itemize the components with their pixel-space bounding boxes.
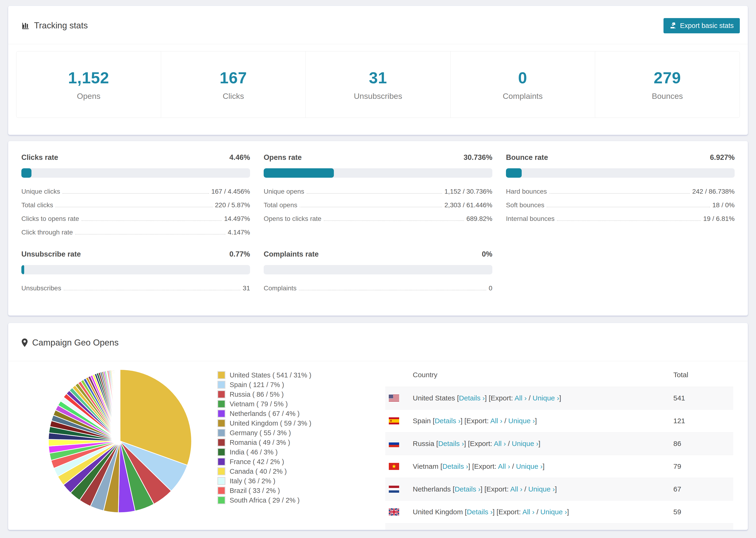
export-unique-link[interactable]: Unique ›: [516, 462, 543, 470]
rate-detail-label: Click through rate: [21, 229, 73, 236]
stat-label: Unsubscribes: [354, 91, 402, 101]
rate-detail-row: Clicks to opens rate14.497%: [21, 212, 250, 226]
legend-swatch: [217, 381, 225, 389]
details-link[interactable]: Details ›: [435, 417, 460, 425]
rate-title: Bounce rate: [506, 153, 548, 162]
rate-detail-value: 242 / 86.738%: [692, 188, 735, 195]
details-link[interactable]: Details ›: [438, 440, 464, 447]
stat-cell-complaints: 0Complaints: [451, 51, 595, 118]
geo-content: United States ( 541 / 31% )Spain ( 121 /…: [8, 361, 748, 530]
rate-detail-value: 167 / 4.456%: [211, 188, 250, 195]
stat-label: Complaints: [503, 91, 543, 101]
legend-swatch: [217, 487, 225, 495]
legend-item-south-africa: South Africa ( 29 / 2% ): [217, 496, 350, 504]
legend-swatch: [217, 409, 225, 418]
dotted-leader: [81, 220, 222, 221]
rate-value: 4.46%: [229, 153, 250, 162]
country-name: Spain [: [413, 417, 435, 425]
export-unique-link[interactable]: Unique ›: [512, 440, 538, 447]
export-unique-link[interactable]: Unique ›: [528, 485, 555, 493]
rate-head: Bounce rate6.927%: [506, 153, 735, 162]
rate-detail-row: Unique clicks167 / 4.456%: [21, 185, 250, 198]
tracking-stats-title: Tracking stats: [34, 21, 88, 30]
rate-detail-label: Internal bounces: [506, 215, 555, 223]
rate-detail-value: 19 / 6.81%: [703, 215, 735, 223]
details-link[interactable]: Details ›: [442, 462, 468, 470]
bracket-close: ]: [538, 440, 540, 447]
bracket-text: ] [Export:: [485, 394, 514, 402]
legend-swatch: [217, 400, 225, 408]
dotted-leader: [299, 207, 442, 207]
legend-label: Netherlands ( 67 / 4% ): [230, 410, 299, 418]
export-unique-link[interactable]: Unique ›: [532, 394, 559, 402]
legend-item-russia: Russia ( 86 / 5% ): [217, 390, 350, 398]
legend-item-spain: Spain ( 121 / 7% ): [217, 381, 350, 389]
legend-item-india: India ( 46 / 3% ): [217, 448, 350, 456]
legend-swatch: [217, 458, 225, 466]
export-all-link[interactable]: All ›: [490, 417, 503, 425]
legend-label: United Kingdom ( 59 / 3% ): [230, 419, 311, 427]
legend-label: France ( 42 / 2% ): [230, 458, 284, 466]
stat-cell-unsubscribes: 31Unsubscribes: [306, 51, 450, 118]
rate-detail-value: 1,152 / 30.736%: [445, 188, 492, 195]
bracket-text: ] [Export:: [493, 508, 522, 516]
bracket-close: ]: [535, 417, 537, 425]
geo-row-total: 79: [674, 462, 733, 470]
export-all-link[interactable]: All ›: [498, 462, 510, 470]
legend-item-germany: Germany ( 55 / 3% ): [217, 429, 350, 437]
export-all-link[interactable]: All ›: [522, 508, 535, 516]
export-unique-link[interactable]: Unique ›: [508, 417, 535, 425]
rate-block-unsubscribe-rate: Unsubscribe rate0.77%Unsubscribes31: [21, 250, 250, 295]
export-unique-link[interactable]: Unique ›: [540, 508, 567, 516]
rate-progress-fill: [21, 168, 31, 178]
flag-vn-icon: [389, 463, 399, 470]
dotted-leader: [324, 220, 464, 221]
details-link[interactable]: Details ›: [467, 508, 493, 516]
legend-label: Canada ( 40 / 2% ): [230, 467, 287, 475]
legend-label: Romania ( 49 / 3% ): [230, 439, 290, 447]
rate-progress-track: [264, 168, 492, 178]
geo-row-country: Netherlands [Details ›] [Export: All › /…: [413, 485, 674, 493]
rate-detail-value: 14.497%: [224, 215, 250, 223]
export-all-link[interactable]: All ›: [514, 394, 527, 402]
rates-card: Clicks rate4.46%Unique clicks167 / 4.456…: [8, 141, 748, 316]
rate-detail-label: Total opens: [264, 201, 297, 209]
rate-detail-label: Unique opens: [264, 188, 304, 195]
stat-label: Clicks: [223, 91, 244, 101]
export-all-link[interactable]: All ›: [494, 440, 506, 447]
legend-swatch: [217, 439, 225, 447]
country-name: United Kingdom [: [413, 508, 467, 516]
geo-table-row-us: United States [Details ›] [Export: All ›…: [385, 387, 733, 409]
rate-title: Clicks rate: [21, 153, 58, 162]
pie-slice-other-53[interactable]: [120, 369, 120, 441]
export-all-link[interactable]: All ›: [510, 485, 522, 493]
legend-label: Vietnam ( 79 / 5% ): [230, 400, 288, 408]
stat-value: 1,152: [68, 69, 109, 87]
rate-block-clicks-rate: Clicks rate4.46%Unique clicks167 / 4.456…: [21, 153, 250, 239]
slash-text: /: [510, 462, 516, 470]
geo-row-country: United Kingdom [Details ›] [Export: All …: [413, 508, 674, 516]
rate-block-complaints-rate: Complaints rate0%Complaints0: [264, 250, 492, 295]
rate-detail-value: 18 / 0%: [712, 201, 735, 209]
details-link[interactable]: Details ›: [455, 485, 480, 493]
rate-detail-label: Complaints: [264, 285, 297, 292]
details-link[interactable]: Details ›: [459, 394, 485, 402]
rate-block-bounce-rate: Bounce rate6.927%Hard bounces242 / 86.73…: [506, 153, 735, 239]
tracking-stats-header: Tracking stats Export basic stats: [8, 6, 748, 37]
rate-progress-track: [21, 265, 250, 274]
dotted-leader: [299, 290, 486, 290]
bar-chart-icon: [21, 21, 30, 30]
legend-swatch: [217, 448, 225, 456]
geo-row-country: Vietnam [Details ›] [Export: All › / Uni…: [413, 462, 674, 470]
geo-row-total: 121: [674, 417, 733, 425]
slash-text: /: [527, 394, 532, 402]
rate-detail-value: 220 / 5.87%: [215, 201, 250, 209]
geo-row-country: United States [Details ›] [Export: All ›…: [413, 394, 674, 402]
tracking-stats-card: Tracking stats Export basic stats 1,152O…: [8, 6, 748, 135]
export-basic-stats-button[interactable]: Export basic stats: [664, 18, 740, 33]
geo-opens-card: Campaign Geo Opens United States ( 541 /…: [8, 323, 748, 530]
geo-title: Campaign Geo Opens: [32, 338, 119, 348]
slash-text: /: [503, 417, 508, 425]
rate-detail-label: Total clicks: [21, 201, 53, 209]
rate-detail-row: Soft bounces18 / 0%: [506, 198, 735, 212]
